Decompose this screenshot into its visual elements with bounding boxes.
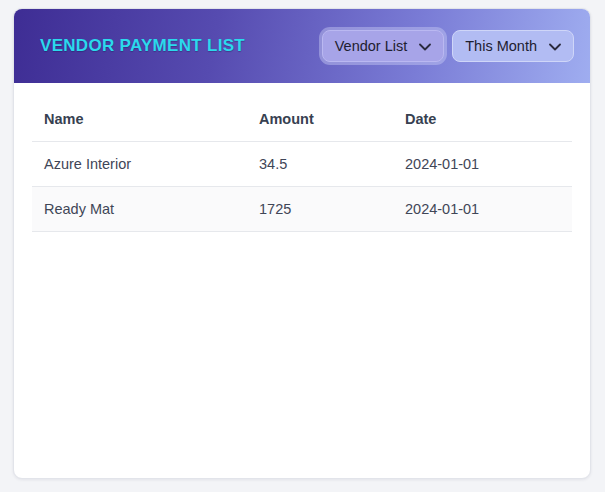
payments-table-container: Name Amount Date Azure Interior 34.5 202… (14, 83, 590, 232)
cell-amount: 34.5 (247, 142, 393, 187)
payments-table: Name Amount Date Azure Interior 34.5 202… (32, 97, 572, 232)
header-controls: Vendor List This Month (322, 30, 574, 62)
column-header-date: Date (393, 97, 572, 142)
chevron-down-icon (419, 43, 431, 51)
column-header-name: Name (32, 97, 247, 142)
vendor-list-dropdown-label: Vendor List (335, 38, 408, 54)
period-dropdown-label: This Month (465, 38, 537, 54)
column-header-amount: Amount (247, 97, 393, 142)
card-header: VENDOR PAYMENT LIST Vendor List This Mon… (14, 9, 590, 83)
page-title: VENDOR PAYMENT LIST (40, 36, 245, 56)
cell-vendor-name: Ready Mat (32, 187, 247, 232)
table-row[interactable]: Azure Interior 34.5 2024-01-01 (32, 142, 572, 187)
vendor-payment-card: VENDOR PAYMENT LIST Vendor List This Mon… (13, 8, 591, 479)
cell-date: 2024-01-01 (393, 142, 572, 187)
period-dropdown[interactable]: This Month (452, 30, 574, 62)
table-header-row: Name Amount Date (32, 97, 572, 142)
table-row[interactable]: Ready Mat 1725 2024-01-01 (32, 187, 572, 232)
vendor-list-dropdown[interactable]: Vendor List (322, 30, 445, 62)
cell-date: 2024-01-01 (393, 187, 572, 232)
cell-amount: 1725 (247, 187, 393, 232)
chevron-down-icon (549, 43, 561, 51)
cell-vendor-name: Azure Interior (32, 142, 247, 187)
